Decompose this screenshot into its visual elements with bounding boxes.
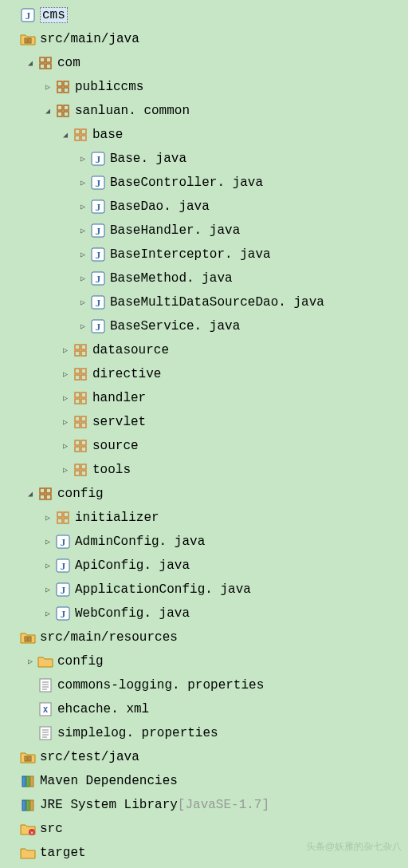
expand-arrow-closed-icon[interactable]: ▷ <box>76 226 89 235</box>
package-icon <box>54 102 72 120</box>
tree-item[interactable]: ▷commons-logging. properties <box>0 673 408 697</box>
tree-item[interactable]: ◢com <box>0 51 408 75</box>
expand-arrow-none: ▷ <box>6 824 19 834</box>
expand-arrow-none: ▷ <box>6 10 19 20</box>
tree-item[interactable]: ▷✕src <box>0 817 408 841</box>
package-o-icon <box>72 126 89 144</box>
tree-item[interactable]: ▷publiccms <box>0 75 408 99</box>
tree-item-label: BaseService. java <box>110 319 240 333</box>
tree-item[interactable]: ▷Jcms <box>0 3 408 27</box>
expand-arrow-closed-icon[interactable]: ▷ <box>41 585 54 594</box>
expand-arrow-closed-icon[interactable]: ▷ <box>59 465 72 475</box>
tree-item-label: BaseMultiDataSourceDao. java <box>110 295 324 310</box>
tree-item-suffix: [JavaSE-1.7] <box>178 798 269 812</box>
tree-item[interactable]: ▷JBaseHandler. java <box>0 219 408 243</box>
expand-arrow-open-icon[interactable]: ◢ <box>59 130 72 140</box>
tree-item-label: sanluan. common <box>75 104 190 118</box>
tree-item[interactable]: ◢base <box>0 123 408 147</box>
package-icon <box>54 78 72 96</box>
tree-item[interactable]: ▷JBaseDao. java <box>0 195 408 219</box>
tree-item-label: ApiConfig. java <box>75 558 190 573</box>
expand-arrow-closed-icon[interactable]: ▷ <box>59 441 72 451</box>
expand-arrow-closed-icon[interactable]: ▷ <box>24 657 37 666</box>
tree-item[interactable]: ▷JApplicationConfig. java <box>0 578 408 602</box>
tree-item[interactable]: ▷directive <box>0 362 408 386</box>
tree-item[interactable]: ▷JBaseInterceptor. java <box>0 243 408 266</box>
svg-rect-98 <box>22 800 26 811</box>
tree-item[interactable]: ▷JRE System Library [JavaSE-1.7] <box>0 793 408 817</box>
expand-arrow-closed-icon[interactable]: ▷ <box>59 417 72 427</box>
tree-item[interactable]: ▷source <box>0 434 408 458</box>
tree-item[interactable]: ◢config <box>0 482 408 506</box>
svg-text:J: J <box>96 273 101 285</box>
tree-item[interactable]: ▷handler <box>0 386 408 410</box>
expand-arrow-closed-icon[interactable]: ▷ <box>59 393 72 403</box>
expand-arrow-open-icon[interactable]: ◢ <box>24 489 37 499</box>
package-o-icon <box>72 389 89 407</box>
tree-item-label: Base. java <box>110 152 186 166</box>
svg-rect-59 <box>75 471 80 475</box>
tree-item[interactable]: ▷JAdminConfig. java <box>0 530 408 554</box>
tree-item[interactable]: ▷servlet <box>0 410 408 434</box>
svg-rect-17 <box>75 129 80 134</box>
svg-text:J: J <box>61 584 66 596</box>
tree-item[interactable]: ▷src/main/java <box>0 27 408 51</box>
tree-item[interactable]: ▷src/test/java <box>0 745 408 769</box>
tree-item-label: commons-logging. properties <box>57 678 264 692</box>
tree-item-label: config <box>57 487 104 501</box>
java-icon: J <box>89 246 107 263</box>
expand-arrow-closed-icon[interactable]: ▷ <box>41 537 54 546</box>
expand-arrow-closed-icon[interactable]: ▷ <box>76 154 89 164</box>
expand-arrow-closed-icon[interactable]: ▷ <box>76 178 89 187</box>
tree-item[interactable]: ▷JBaseService. java <box>0 314 408 338</box>
expand-arrow-closed-icon[interactable]: ▷ <box>76 322 89 331</box>
tree-item[interactable]: ▷JBase. java <box>0 147 408 171</box>
expand-arrow-open-icon[interactable]: ◢ <box>41 106 54 116</box>
svg-text:X: X <box>43 706 48 715</box>
expand-arrow-closed-icon[interactable]: ▷ <box>59 345 72 355</box>
svg-text:J: J <box>96 321 101 333</box>
tree-item-label: ApplicationConfig. java <box>75 582 251 597</box>
tree-item[interactable]: ▷initializer <box>0 506 408 530</box>
java-icon: J <box>54 605 72 622</box>
tree-item[interactable]: ◢sanluan. common <box>0 99 408 123</box>
expand-arrow-closed-icon[interactable]: ▷ <box>76 298 89 307</box>
java-icon: J <box>89 198 107 215</box>
java-icon: J <box>54 557 72 574</box>
tree-item-label: simplelog. properties <box>57 726 218 740</box>
expand-arrow-closed-icon[interactable]: ▷ <box>41 513 54 523</box>
tree-item[interactable]: ▷JBaseMultiDataSourceDao. java <box>0 290 408 314</box>
tree-item[interactable]: ▷config <box>0 649 408 673</box>
tree-item[interactable]: ▷Xehcache. xml <box>0 697 408 721</box>
tree-item[interactable]: ▷JBaseMethod. java <box>0 266 408 290</box>
svg-text:✕: ✕ <box>30 830 33 836</box>
expand-arrow-open-icon[interactable]: ◢ <box>24 58 37 68</box>
tree-item[interactable]: ▷simplelog. properties <box>0 721 408 745</box>
expand-arrow-closed-icon[interactable]: ▷ <box>76 202 89 211</box>
tree-item[interactable]: ▷Maven Dependencies <box>0 769 408 793</box>
tree-item[interactable]: ▷JApiConfig. java <box>0 554 408 578</box>
tree-item-label: servlet <box>92 415 146 429</box>
svg-rect-63 <box>40 495 45 499</box>
tree-item[interactable]: ▷tools <box>0 458 408 482</box>
tree-item[interactable]: ▷JBaseController. java <box>0 171 408 195</box>
expand-arrow-closed-icon[interactable]: ▷ <box>59 369 72 379</box>
svg-rect-57 <box>75 464 80 469</box>
expand-arrow-closed-icon[interactable]: ▷ <box>41 609 54 618</box>
tree-item[interactable]: ▷src/main/resources <box>0 625 408 649</box>
svg-rect-68 <box>64 519 69 523</box>
tree-item[interactable]: ▷datasource <box>0 338 408 362</box>
svg-rect-92 <box>25 756 31 761</box>
expand-arrow-none: ▷ <box>24 728 37 738</box>
svg-rect-10 <box>64 81 69 86</box>
tree-item[interactable]: ▷Mpom. xml <box>0 865 408 868</box>
svg-rect-9 <box>57 81 62 86</box>
expand-arrow-closed-icon[interactable]: ▷ <box>41 561 54 570</box>
expand-arrow-closed-icon[interactable]: ▷ <box>76 274 89 283</box>
tree-item-label: com <box>57 56 80 70</box>
tree-item[interactable]: ▷JWebConfig. java <box>0 602 408 625</box>
expand-arrow-closed-icon[interactable]: ▷ <box>76 250 89 259</box>
expand-arrow-closed-icon[interactable]: ▷ <box>41 82 54 92</box>
svg-text:J: J <box>96 153 101 165</box>
svg-rect-64 <box>46 495 51 499</box>
